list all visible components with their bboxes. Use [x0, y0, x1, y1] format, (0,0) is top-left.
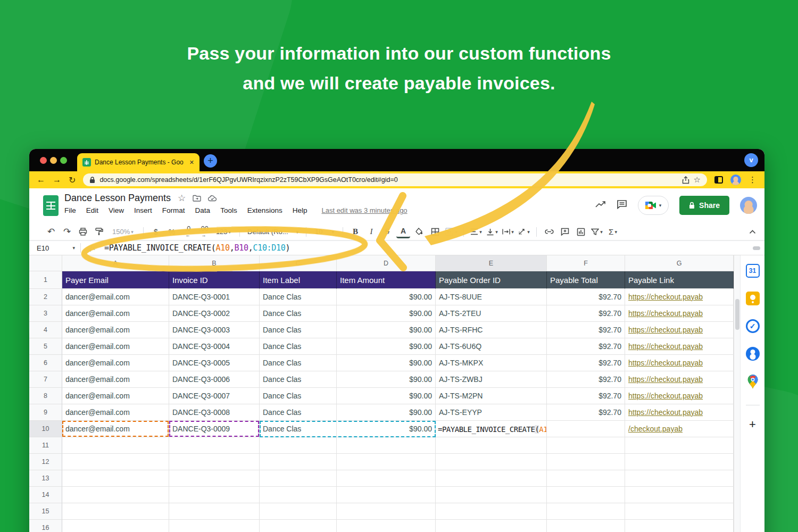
empty-cell[interactable]: [337, 454, 436, 470]
table-header-cell[interactable]: Payable Link: [625, 271, 734, 289]
formula-bar-scrollbar[interactable]: [753, 246, 760, 250]
more-formats-button[interactable]: 123▾: [213, 226, 234, 238]
row-header-15[interactable]: 15: [29, 503, 62, 520]
menu-extensions[interactable]: Extensions: [247, 206, 282, 214]
cell-D5[interactable]: $90.00: [337, 338, 436, 355]
menu-data[interactable]: Data: [195, 206, 211, 214]
empty-cell[interactable]: [436, 520, 547, 532]
row-header-9[interactable]: 9: [29, 404, 62, 421]
row-header-12[interactable]: 12: [29, 454, 62, 470]
text-wrap-icon[interactable]: ▾: [501, 226, 515, 238]
formula-input[interactable]: =PAYABLE_INVOICE_CREATE(A10,B10,C10:D10): [104, 243, 290, 253]
cell-G8[interactable]: https://checkout.payab: [625, 388, 734, 404]
cell-F2[interactable]: $92.70: [547, 289, 625, 305]
increase-decimals-button[interactable]: .00→: [197, 226, 211, 238]
cell-B7[interactable]: DANCE-Q3-0006: [169, 371, 260, 388]
cell-A8[interactable]: dancer@email.com: [62, 388, 169, 404]
cell-D10[interactable]: $90.00: [337, 421, 436, 437]
column-header-B[interactable]: B: [169, 255, 260, 271]
cell-B2[interactable]: DANCE-Q3-0001: [169, 289, 260, 305]
cell-C4[interactable]: Dance Clas: [260, 322, 337, 338]
cell-C3[interactable]: Dance Clas: [260, 305, 337, 322]
cell-E7[interactable]: AJ-TS-ZWBJ: [436, 371, 547, 388]
empty-cell[interactable]: [260, 437, 337, 454]
empty-cell[interactable]: [62, 437, 169, 454]
forward-icon[interactable]: →: [53, 175, 61, 185]
row-header-5[interactable]: 5: [29, 338, 62, 355]
paint-format-icon[interactable]: [92, 226, 106, 238]
empty-cell[interactable]: [62, 487, 169, 503]
star-icon[interactable]: ☆: [178, 193, 186, 204]
cell-G3[interactable]: https://checkout.payab: [625, 305, 734, 322]
row-header-7[interactable]: 7: [29, 371, 62, 388]
menu-tools[interactable]: Tools: [220, 206, 237, 214]
zoom-window-button[interactable]: [60, 157, 67, 164]
insert-chart-icon[interactable]: [574, 226, 588, 238]
table-header-cell[interactable]: Invoice ID: [169, 271, 260, 289]
cell-F10[interactable]: [547, 421, 625, 437]
cell-C6[interactable]: Dance Clas: [260, 355, 337, 371]
cell-A7[interactable]: dancer@email.com: [62, 371, 169, 388]
menu-view[interactable]: View: [109, 206, 124, 214]
empty-cell[interactable]: [436, 470, 547, 487]
cell-E5[interactable]: AJ-TS-6U6Q: [436, 338, 547, 355]
cell-A2[interactable]: dancer@email.com: [62, 289, 169, 305]
address-bar[interactable]: docs.google.com/spreadsheets/d/1erF6QJPg…: [83, 173, 707, 186]
cell-G2[interactable]: https://checkout.payab: [625, 289, 734, 305]
row-header-4[interactable]: 4: [29, 322, 62, 338]
cell-A10[interactable]: dancer@email.com: [62, 421, 169, 437]
cell-D9[interactable]: $90.00: [337, 404, 436, 421]
empty-cell[interactable]: [62, 520, 169, 532]
strikethrough-button[interactable]: S: [380, 226, 394, 238]
menu-format[interactable]: Format: [162, 206, 185, 214]
empty-cell[interactable]: [625, 503, 734, 520]
calendar-icon[interactable]: 31: [746, 264, 760, 278]
insert-comment-icon[interactable]: [558, 226, 572, 238]
bold-button[interactable]: B: [348, 226, 362, 238]
cell-A6[interactable]: dancer@email.com: [62, 355, 169, 371]
cell-F4[interactable]: $92.70: [547, 322, 625, 338]
empty-cell[interactable]: [260, 470, 337, 487]
cell-B6[interactable]: DANCE-Q3-0005: [169, 355, 260, 371]
row-header-10[interactable]: 10: [29, 421, 62, 437]
row-header-13[interactable]: 13: [29, 470, 62, 487]
horizontal-align-icon[interactable]: ▾: [469, 226, 483, 238]
menu-file[interactable]: File: [64, 206, 76, 214]
cell-G4[interactable]: https://checkout.payab: [625, 322, 734, 338]
empty-cell[interactable]: [547, 470, 625, 487]
cell-G9[interactable]: https://checkout.payab: [625, 404, 734, 421]
move-folder-icon[interactable]: [193, 195, 201, 202]
row-header-1[interactable]: 1: [29, 271, 62, 289]
side-panel-icon[interactable]: [714, 176, 723, 184]
cell-G5[interactable]: https://checkout.payab: [625, 338, 734, 355]
insights-icon[interactable]: [595, 201, 606, 210]
vertical-scrollbar[interactable]: [734, 255, 740, 532]
cloud-status-icon[interactable]: [208, 195, 217, 202]
empty-cell[interactable]: [169, 503, 260, 520]
contacts-icon[interactable]: [746, 347, 760, 361]
cell-C9[interactable]: Dance Clas: [260, 404, 337, 421]
table-header-cell[interactable]: Payer Email: [62, 271, 169, 289]
empty-cell[interactable]: [337, 487, 436, 503]
cell-G10[interactable]: /checkout.payab: [625, 421, 734, 437]
cell-B10[interactable]: DANCE-Q3-0009: [169, 421, 260, 437]
sheets-logo-icon[interactable]: [43, 195, 59, 216]
cell-F8[interactable]: $92.70: [547, 388, 625, 404]
bookmark-star-icon[interactable]: ☆: [694, 175, 701, 185]
comment-history-icon[interactable]: [617, 200, 627, 211]
empty-cell[interactable]: [169, 454, 260, 470]
browser-profile-avatar[interactable]: [730, 174, 741, 185]
maps-icon[interactable]: [747, 375, 758, 391]
empty-cell[interactable]: [62, 454, 169, 470]
row-header-14[interactable]: 14: [29, 487, 62, 503]
menu-insert[interactable]: Insert: [134, 206, 152, 214]
empty-cell[interactable]: [337, 437, 436, 454]
empty-cell[interactable]: [169, 487, 260, 503]
cell-D2[interactable]: $90.00: [337, 289, 436, 305]
column-header-D[interactable]: D: [337, 255, 436, 271]
back-icon[interactable]: ←: [37, 175, 45, 185]
cell-A3[interactable]: dancer@email.com: [62, 305, 169, 322]
empty-cell[interactable]: [547, 487, 625, 503]
cell-F9[interactable]: $92.70: [547, 404, 625, 421]
font-size-select[interactable]: 10▾: [312, 226, 337, 238]
